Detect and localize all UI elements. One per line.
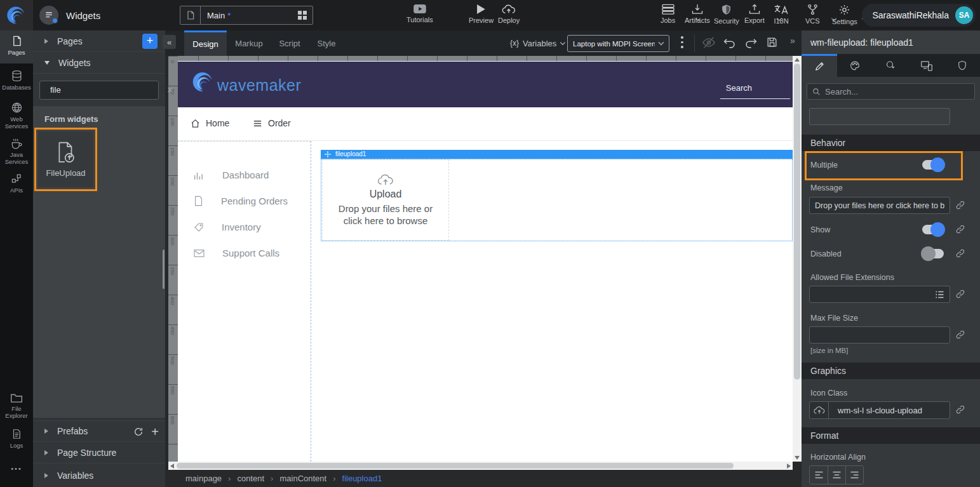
side-nav-dashboard[interactable]: Dashboard xyxy=(194,170,269,180)
collapse-right-panel-button[interactable]: » xyxy=(790,36,795,46)
tab-devices[interactable] xyxy=(909,54,944,77)
property-search-box[interactable] xyxy=(807,83,975,100)
widget-selection-bar[interactable]: fileupload1 xyxy=(321,150,793,159)
widget-tile-fileupload[interactable]: FileUpload xyxy=(38,131,93,187)
open-page-tab[interactable]: Main * xyxy=(180,6,313,25)
add-page-button[interactable]: + xyxy=(142,34,158,49)
breadcrumb-fileupload1[interactable]: fileupload1 xyxy=(342,474,382,483)
disabled-toggle[interactable] xyxy=(922,249,944,258)
scroll-down-arrow[interactable] xyxy=(795,456,800,460)
app-brand: wavemaker xyxy=(191,69,301,95)
tab-events[interactable] xyxy=(873,54,908,77)
align-center-button[interactable] xyxy=(828,466,845,484)
app-nav-order[interactable]: Order xyxy=(253,118,291,128)
multiple-toggle[interactable] xyxy=(922,160,944,170)
tutorials-button[interactable]: Tutorials xyxy=(406,4,433,23)
security-button[interactable]: Security xyxy=(714,4,739,25)
settings-button[interactable]: Settings xyxy=(832,4,857,25)
user-menu[interactable]: SaraswathiRekhala SA xyxy=(862,4,976,27)
extensions-list-button[interactable] xyxy=(929,286,950,303)
align-left-button[interactable] xyxy=(810,466,828,484)
rail-item-databases[interactable]: Databases xyxy=(0,70,33,91)
side-nav-pending-orders[interactable]: Pending Orders xyxy=(194,196,288,206)
device-select[interactable]: Laptop with MDPI Screen xyxy=(567,35,669,52)
canvas-vertical-scrollbar[interactable] xyxy=(793,56,802,462)
artifacts-button[interactable]: Artifacts xyxy=(685,4,710,24)
page-canvas[interactable]: wavemaker Search Home xyxy=(178,61,793,462)
tab-style[interactable]: Style xyxy=(309,30,344,56)
rail-item-logs[interactable]: Logs xyxy=(0,428,33,449)
tab-markup[interactable]: Markup xyxy=(228,30,270,56)
jobs-button[interactable]: Jobs xyxy=(661,4,675,24)
hide-outlines-icon[interactable] xyxy=(702,36,716,49)
rail-item-pages[interactable]: Pages xyxy=(0,30,33,63)
tab-script[interactable]: Script xyxy=(271,30,308,56)
breadcrumb-mainpage[interactable]: mainpage xyxy=(185,474,222,483)
widgets-section-header[interactable]: Widgets xyxy=(33,52,165,74)
refresh-icon[interactable] xyxy=(133,427,144,437)
collapse-left-panel-button[interactable]: « xyxy=(163,35,176,49)
variables-button[interactable]: {x} Variables xyxy=(510,30,565,56)
deploy-button[interactable]: Deploy xyxy=(498,4,520,24)
horizontal-scroll-thumb[interactable] xyxy=(177,463,734,469)
tab-security[interactable] xyxy=(944,54,980,77)
show-toggle[interactable] xyxy=(922,225,944,234)
icon-class-field[interactable]: wm-sl-l sl-cloud-upload xyxy=(809,401,950,419)
bind-icon-class-icon[interactable] xyxy=(955,404,965,415)
clear-search-icon[interactable]: × xyxy=(167,84,173,96)
tab-design[interactable]: Design xyxy=(184,30,227,56)
variables-section-header[interactable]: Variables xyxy=(33,464,165,487)
bind-message-icon[interactable] xyxy=(955,200,965,210)
left-panel-scrollbar[interactable] xyxy=(163,250,164,289)
bind-show-icon[interactable] xyxy=(955,224,965,234)
app-nav-home[interactable]: Home xyxy=(191,118,229,128)
rail-item-file-explorer[interactable]: File Explorer xyxy=(0,392,33,419)
scroll-up-arrow[interactable] xyxy=(795,58,800,62)
rail-more-button[interactable]: ••• xyxy=(0,465,33,472)
align-right-button[interactable] xyxy=(845,466,863,484)
format-section-header: Format xyxy=(802,427,980,444)
fileupload-widget[interactable]: fileupload1 Upload Drop your files here … xyxy=(321,150,793,241)
bind-extensions-icon[interactable] xyxy=(955,289,965,299)
bind-disabled-icon[interactable] xyxy=(955,248,965,258)
pages-section-header[interactable]: Pages + xyxy=(33,30,165,52)
fileupload-dropzone[interactable]: Upload Drop your files here or click her… xyxy=(322,159,449,241)
export-button[interactable]: Export xyxy=(744,4,765,24)
side-nav-inventory[interactable]: Inventory xyxy=(194,222,261,232)
widget-search-input[interactable] xyxy=(50,85,162,95)
preview-button[interactable]: Preview xyxy=(469,4,493,24)
tab-properties[interactable] xyxy=(802,54,837,77)
breadcrumb-maincontent[interactable]: mainContent xyxy=(279,474,326,483)
scroll-right-arrow[interactable] xyxy=(787,464,791,469)
project-switcher[interactable]: Widgets xyxy=(39,0,189,30)
message-input[interactable] xyxy=(809,197,950,214)
unlabeled-property-input[interactable] xyxy=(809,108,950,125)
property-search-input[interactable] xyxy=(825,87,969,97)
canvas-more-menu[interactable] xyxy=(681,36,683,51)
tab-styles[interactable] xyxy=(837,54,873,77)
widget-search-box[interactable]: × xyxy=(39,81,159,100)
app-content: Dashboard Pending Orders I xyxy=(178,141,793,462)
undo-icon[interactable] xyxy=(723,36,736,49)
i18n-button[interactable]: I18N xyxy=(774,4,789,25)
save-icon[interactable] xyxy=(766,36,778,48)
allowed-file-extensions-input[interactable] xyxy=(809,286,930,303)
prefabs-section-header[interactable]: Prefabs + xyxy=(33,420,165,442)
rail-item-apis[interactable]: APIs xyxy=(0,173,33,194)
scroll-left-arrow[interactable] xyxy=(170,464,174,469)
rail-item-java-services[interactable]: Java Services xyxy=(0,137,33,165)
redo-icon[interactable] xyxy=(744,36,758,49)
max-file-size-input[interactable] xyxy=(809,326,950,344)
vcs-button[interactable]: VCS xyxy=(805,4,820,25)
canvas-horizontal-scrollbar[interactable] xyxy=(168,462,793,470)
bind-max-file-size-icon[interactable] xyxy=(955,330,965,340)
grid-icon[interactable] xyxy=(297,10,307,20)
side-nav-support-calls[interactable]: Support Calls xyxy=(194,248,279,258)
wavemaker-logo[interactable] xyxy=(0,0,33,30)
breadcrumb-content[interactable]: content xyxy=(237,474,264,483)
rail-item-web-services[interactable]: Web Services xyxy=(0,102,33,130)
add-prefab-button[interactable]: + xyxy=(151,425,159,439)
vertical-scroll-thumb[interactable] xyxy=(794,63,800,380)
page-structure-section-header[interactable]: Page Structure xyxy=(33,442,165,464)
app-search-link[interactable]: Search xyxy=(726,83,752,93)
